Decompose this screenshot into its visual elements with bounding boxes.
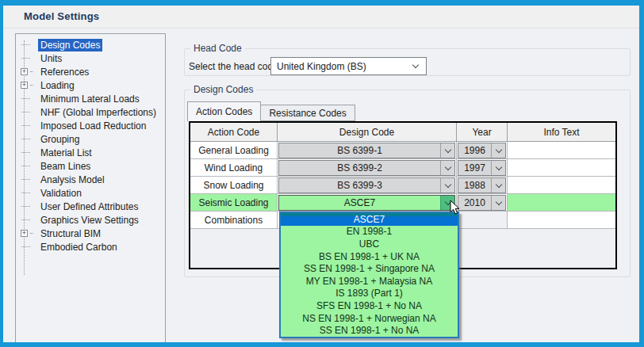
year-combo[interactable]: 1996	[458, 143, 506, 158]
settings-tree-panel: Design Codes Units + References + Loadin…	[15, 33, 166, 343]
chevron-down-icon[interactable]	[491, 143, 505, 158]
dropdown-option[interactable]: EN 1998-1	[281, 226, 458, 238]
info-text-cell	[508, 194, 615, 212]
head-code-group-label: Head Code	[190, 43, 245, 54]
design-code-combo[interactable]: BS 6399-2	[278, 160, 455, 176]
chevron-down-icon[interactable]	[491, 161, 505, 175]
action-code-cell: Seismic Loading	[190, 194, 278, 212]
sidebar-item-label: Analysis Model	[38, 174, 107, 186]
sidebar-item[interactable]: NHF (Global Imperfections)	[16, 105, 165, 119]
head-code-value: United Kingdom (BS)	[277, 61, 366, 72]
dropdown-option[interactable]: IS 1893 (Part 1)	[281, 288, 458, 300]
expand-plus-icon[interactable]: +	[21, 82, 28, 89]
year-combo[interactable]: 1997	[458, 160, 506, 176]
sidebar-item-label: Imposed Load Reduction	[38, 120, 148, 132]
chevron-down-icon[interactable]	[440, 161, 454, 175]
model-settings-dialog: Model Settings Design Codes Units + Refe…	[0, 0, 644, 347]
sidebar-item[interactable]: Graphics View Settings	[16, 213, 165, 227]
sidebar-item-label: Grouping	[38, 133, 82, 146]
dropdown-option[interactable]: SS EN 1998-1 + Singapore NA	[281, 262, 458, 275]
chevron-down-icon[interactable]	[440, 178, 454, 193]
sidebar-item[interactable]: + Loading	[16, 78, 165, 92]
tab-action-codes[interactable]: Action Codes	[187, 101, 261, 121]
info-text-cell	[508, 159, 615, 177]
sidebar-item[interactable]: Embodied Carbon	[16, 240, 165, 254]
sidebar-item-label: Validation	[38, 187, 84, 200]
expand-plus-icon[interactable]: +	[21, 230, 28, 237]
sidebar-item[interactable]: Analysis Model	[16, 173, 165, 186]
sidebar-item-label: Embodied Carbon	[38, 241, 120, 254]
sidebar-item[interactable]: Units	[16, 51, 165, 65]
sidebar-item[interactable]: Validation	[16, 186, 165, 200]
tree-glyph: +	[19, 82, 38, 89]
title-bar: Model Settings	[3, 6, 639, 29]
sidebar-item-label: Minimum Lateral Loads	[38, 93, 142, 105]
year-cell	[457, 212, 508, 229]
sidebar-item[interactable]: + Structural BIM	[16, 227, 165, 240]
sidebar-item[interactable]: Imposed Load Reduction	[16, 119, 165, 132]
window-border-left	[0, 0, 3, 347]
tree-glyph	[19, 139, 38, 139]
chevron-down-icon[interactable]	[491, 178, 505, 193]
design-codes-group-label: Design Codes	[190, 84, 256, 95]
design-code-dropdown-list: ASCE7EN 1998-1UBCBS EN 1998-1 + UK NASS …	[279, 212, 459, 338]
sidebar-item-label: Units	[38, 52, 64, 65]
column-header-year: Year	[457, 123, 508, 142]
chevron-down-icon	[412, 62, 419, 68]
action-code-cell: Combinations	[190, 212, 278, 229]
design-code-combo[interactable]: BS 6399-1	[278, 143, 455, 158]
chevron-down-icon[interactable]	[440, 143, 454, 158]
dropdown-option[interactable]: SS EN 1998-1 + No NA	[281, 324, 458, 337]
dropdown-option[interactable]: NS EN 1998-1 + Norwegian NA	[281, 312, 458, 325]
sidebar-item[interactable]: Beam Lines	[16, 159, 165, 173]
settings-tree: Design Codes Units + References + Loadin…	[16, 34, 165, 254]
sidebar-item-label: Structural BIM	[38, 227, 103, 240]
tree-glyph	[19, 246, 38, 247]
page-title: Model Settings	[24, 10, 99, 22]
chevron-down-icon[interactable]	[491, 196, 505, 210]
tree-glyph	[19, 166, 38, 166]
dropdown-option[interactable]: UBC	[281, 238, 458, 250]
tree-glyph	[19, 206, 38, 207]
year-combo[interactable]: 1988	[458, 177, 506, 193]
year-combo[interactable]: 2010	[458, 195, 506, 211]
tree-glyph	[19, 219, 38, 220]
head-code-field-label: Select the head code	[189, 61, 278, 72]
design-code-combo[interactable]: BS 6399-3	[278, 177, 455, 193]
sidebar-item-label: Design Codes	[38, 39, 102, 51]
dropdown-option[interactable]: SFS EN 1998-1 + No NA	[281, 299, 458, 312]
tree-glyph	[19, 58, 38, 59]
action-code-cell: Snow Loading	[190, 177, 278, 194]
sidebar-item-label: Graphics View Settings	[38, 214, 141, 227]
sidebar-item[interactable]: User Defined Attributes	[16, 200, 165, 213]
sidebar-item-label: Material List	[38, 147, 94, 159]
info-text-cell	[508, 212, 615, 229]
design-codes-tab-strip: Action CodesResistance Codes	[187, 101, 355, 121]
table-row: Snow Loading BS 6399-3 1988	[190, 177, 615, 194]
sidebar-item[interactable]: Minimum Lateral Loads	[16, 92, 165, 105]
year-cell: 1988	[457, 177, 508, 194]
tree-glyph	[19, 98, 38, 99]
tree-glyph	[19, 44, 38, 45]
sidebar-item-label: Beam Lines	[38, 160, 93, 173]
sidebar-item[interactable]: Grouping	[16, 132, 165, 146]
sidebar-item[interactable]: Material List	[16, 146, 165, 159]
dropdown-option[interactable]: MY EN 1998-1 + Malaysia NA	[281, 275, 458, 288]
tab-resistance-codes[interactable]: Resistance Codes	[261, 105, 355, 121]
year-cell: 2010	[457, 194, 508, 212]
window-border-bottom	[0, 342, 644, 347]
design-code-cell: ASCE7	[278, 194, 457, 212]
sidebar-item[interactable]: + References	[16, 65, 165, 78]
action-code-cell: General Loading	[190, 142, 278, 159]
table-row: Seismic Loading ASCE7 2010	[190, 194, 615, 212]
expand-plus-icon[interactable]: +	[21, 68, 28, 75]
table-row: General Loading BS 6399-1 1996	[190, 142, 615, 159]
sidebar-item[interactable]: Design Codes	[16, 38, 165, 51]
dropdown-option[interactable]: ASCE7	[281, 213, 458, 226]
action-code-cell: Wind Loading	[190, 159, 278, 177]
design-code-combo[interactable]: ASCE7	[278, 195, 455, 211]
tree-glyph	[19, 179, 38, 180]
dropdown-option[interactable]: BS EN 1998-1 + UK NA	[281, 250, 458, 263]
year-cell: 1996	[457, 142, 508, 159]
head-code-select[interactable]: United Kingdom (BS)	[270, 57, 427, 75]
